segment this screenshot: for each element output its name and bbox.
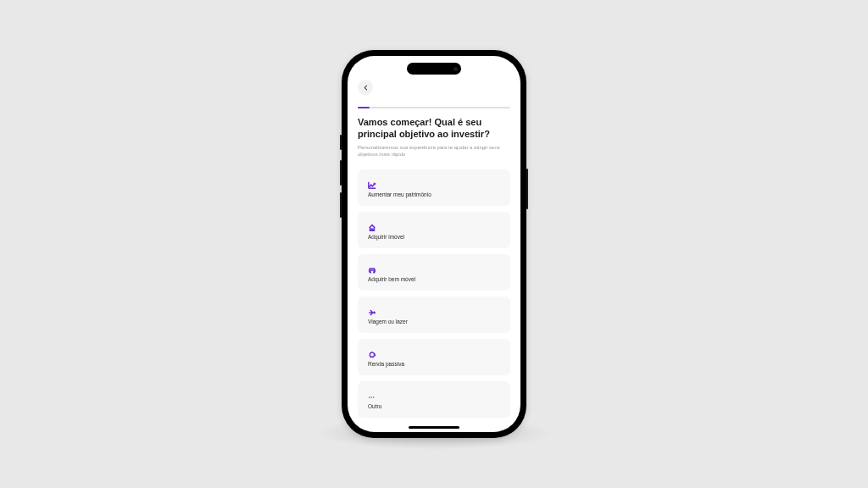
dynamic-island [407, 63, 461, 75]
phone-frame: Vamos começar! Qual é seu principal obje… [342, 50, 526, 438]
option-grow-wealth[interactable]: Aumentar meu patrimônio [358, 169, 510, 206]
chart-up-icon [368, 178, 376, 186]
option-label: Adquirir bem móvel [368, 276, 500, 282]
svg-point-0 [369, 396, 370, 398]
phone-volume-down [340, 192, 342, 218]
camera-dot [453, 67, 458, 71]
plane-icon [368, 305, 376, 313]
car-icon [368, 263, 376, 271]
progress-fill [358, 107, 370, 108]
option-passive-income[interactable]: Renda passiva [358, 339, 510, 375]
option-property[interactable]: Adquirir imóvel [358, 212, 510, 248]
phone-side-button [340, 135, 342, 150]
options-list: Aumentar meu patrimônio Adquirir imóvel … [358, 169, 510, 418]
home-indicator [409, 426, 459, 429]
page-title: Vamos começar! Qual é seu principal obje… [358, 117, 510, 141]
chevron-left-icon [363, 85, 369, 91]
option-label: Viagem ou lazer [368, 319, 500, 324]
svg-point-2 [373, 396, 375, 398]
svg-point-1 [370, 396, 372, 398]
option-travel[interactable]: Viagem ou lazer [358, 297, 510, 333]
dots-icon [368, 390, 376, 398]
progress-bar [358, 107, 510, 108]
option-other[interactable]: Outro [358, 381, 510, 418]
option-label: Outro [368, 403, 500, 409]
piggy-icon [368, 347, 376, 356]
option-label: Adquirir imóvel [368, 234, 500, 240]
back-button[interactable] [358, 80, 373, 95]
phone-power-button [526, 169, 528, 209]
screen: Vamos começar! Qual é seu principal obje… [348, 56, 520, 432]
page-subtitle: Personalizaremos sua experiência para te… [358, 144, 510, 158]
option-label: Renda passiva [368, 361, 500, 367]
house-icon [368, 220, 376, 229]
option-vehicle[interactable]: Adquirir bem móvel [358, 254, 510, 291]
option-label: Aumentar meu patrimônio [368, 191, 500, 197]
phone-volume-up [340, 160, 342, 186]
